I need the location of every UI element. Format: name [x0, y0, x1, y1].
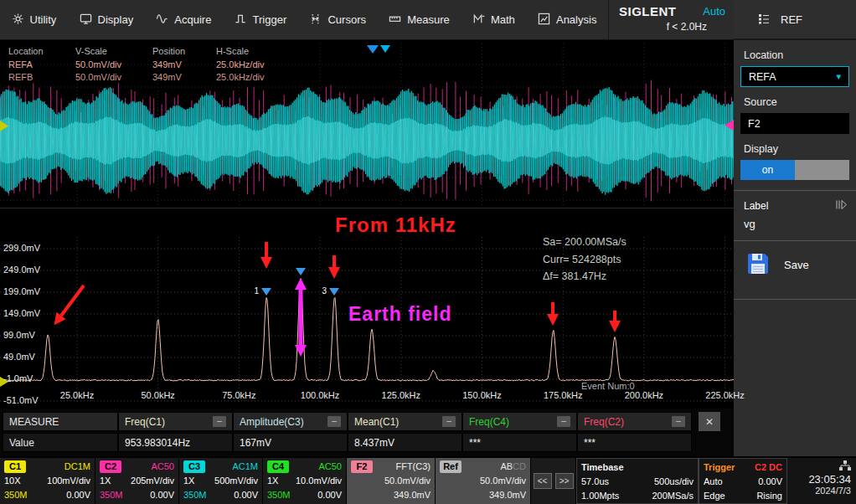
sidebar-divider	[734, 190, 856, 191]
analysis-icon	[538, 13, 550, 28]
status-bar-pager: << >>	[531, 458, 576, 504]
fft-x-tick-label: 150.0kHz	[454, 390, 511, 400]
magenta-double-arrow	[295, 278, 307, 357]
acquire-icon	[156, 13, 168, 28]
timebase-points: 1.00Mpts	[581, 489, 619, 503]
c2-bandwidth: 350M	[100, 488, 123, 502]
menu-analysis-label: Analysis	[556, 13, 596, 26]
timebase-status[interactable]: Timebase 57.0us500us/div 1.00Mpts200MSa/…	[576, 458, 699, 504]
red-arrow-annotations	[54, 242, 621, 332]
c2-scale: 205mV/div	[131, 474, 174, 488]
trigger-frequency-readout: f < 2.0Hz	[619, 21, 725, 33]
close-icon[interactable]: ✕	[699, 412, 720, 431]
measure-col-freq-c4[interactable]: Freq(C4) –	[462, 412, 577, 431]
measure-label: Mean(C1)	[354, 416, 399, 428]
refa-hscale: 25.0kHz/div	[216, 59, 300, 72]
minimize-button[interactable]: –	[327, 416, 341, 427]
acquisition-stats: Sa= 200.00MSa/s Curr= 524288pts Δf= 381.…	[543, 234, 627, 285]
trigger-status-panel: SIGLENT Auto f < 2.0Hz	[608, 0, 734, 40]
f2-offset: 349.0mV	[394, 488, 431, 502]
timebase-title: Timebase	[581, 460, 624, 475]
timebase-samplerate: 200MSa/s	[652, 489, 694, 503]
menu-analysis[interactable]: Analysis	[538, 13, 596, 28]
channel-c4-status[interactable]: C4AC50 1X10.0mV/div 350M0.00V	[263, 458, 347, 504]
display-off-option[interactable]	[795, 160, 849, 180]
c4-offset: 0.00V	[317, 488, 342, 502]
trigger-title: Trigger	[704, 460, 735, 475]
measure-label: Freq(C1)	[125, 416, 165, 428]
measure-col-amplitude-c3[interactable]: Amplitude(C3) –	[233, 412, 348, 431]
minimize-button[interactable]: –	[672, 416, 685, 427]
ref-info-header: Location	[8, 45, 75, 59]
menu-utility[interactable]: Utility	[12, 13, 57, 28]
display-toggle[interactable]: on	[740, 160, 849, 180]
refb-name: REFB	[8, 71, 75, 85]
sidebar-header: REF	[734, 0, 856, 40]
minimize-button[interactable]: –	[557, 416, 570, 427]
c3-bandwidth: 350M	[183, 488, 207, 502]
minimize-button[interactable]: –	[213, 416, 226, 427]
gear-icon	[12, 13, 24, 28]
c1-coupling: DC1M	[64, 460, 90, 474]
refa-vscale: 50.0mV/div	[75, 59, 152, 72]
menu-trigger[interactable]: Trigger	[235, 13, 287, 28]
label-value[interactable]: vg	[744, 218, 846, 230]
channel-c2-status[interactable]: C2AC50 1X205mV/div 350M0.00V	[95, 458, 179, 504]
menu-cursors[interactable]: Cursors	[309, 13, 366, 28]
measure-value-mean-c1: 8.437mV	[348, 433, 462, 452]
measure-label: Freq(C2)	[584, 416, 624, 428]
measure-col-freq-c2[interactable]: Freq(C2) –	[577, 412, 692, 431]
c2-offset: 0.00V	[150, 488, 174, 502]
measure-col-mean-c1[interactable]: Mean(C1) –	[348, 412, 462, 431]
c3-offset: 0.00V	[234, 488, 258, 502]
menu-display[interactable]: Display	[80, 13, 134, 28]
trigger-status[interactable]: TriggerC2 DC Auto0.00V EdgeRising	[699, 458, 787, 504]
trigger-position-marker[interactable]	[367, 45, 379, 54]
sidebar-title: REF	[781, 13, 802, 26]
math-icon	[472, 13, 485, 28]
measure-label: Amplitude(C3)	[240, 416, 304, 428]
fft-y-tick-label: -51.0mV	[3, 395, 39, 406]
channel-c1-status[interactable]: C1DC1M 10X100mV/div 350M0.00V	[0, 458, 95, 504]
network-icon	[839, 460, 851, 472]
ref-slots-active: AB	[500, 461, 513, 471]
c1-scale: 100mV/div	[47, 474, 90, 488]
page-next-button[interactable]: >>	[555, 473, 574, 489]
fft-y-tick-label: -1.0mV	[3, 373, 33, 384]
source-field[interactable]: F2	[740, 113, 849, 134]
trigger-position-marker-2[interactable]	[380, 45, 390, 53]
location-select[interactable]: REFA ▾	[740, 66, 849, 87]
ref-info-header: V-Scale	[75, 45, 152, 59]
fft-x-tick-label: 225.0kHz	[697, 390, 754, 400]
fft-y-tick-label: 149.0mV	[3, 308, 40, 319]
label-expand-icon[interactable]	[835, 199, 848, 213]
page-prev-button[interactable]: <<	[534, 473, 552, 489]
measure-title: MEASURE	[3, 412, 118, 431]
minimize-button[interactable]: –	[442, 416, 456, 427]
timebase-scale: 500us/div	[654, 475, 694, 489]
fft-spectrum-panel: 1 3 299.0mV249.0mV199.0mV149.0mV99.0mV49…	[0, 208, 734, 409]
menu-display-label: Display	[98, 13, 134, 26]
c2-probe: 1X	[100, 474, 111, 488]
ref-scale: 50.0mV/div	[480, 474, 526, 488]
menu-measure[interactable]: Measure	[389, 13, 450, 28]
ref-menu-icon	[757, 12, 771, 28]
menu-acquire[interactable]: Acquire	[156, 13, 211, 28]
measure-col-freq-c1[interactable]: Freq(C1) –	[118, 412, 233, 431]
save-button[interactable]: Save	[734, 241, 856, 289]
display-on-option[interactable]: on	[740, 160, 795, 180]
measure-value-row-label: Value	[3, 433, 118, 452]
ref-status[interactable]: RefABCD 50.0mV/div 349.0mV	[436, 458, 531, 504]
bottom-status-bar: C1DC1M 10X100mV/div 350M0.00V C2AC50 1X2…	[0, 456, 856, 504]
f2-status[interactable]: F2FFT(C3) 50.0mV/div 349.0mV	[347, 458, 436, 504]
channel-c3-status[interactable]: C3AC1M 1X500mV/div 350M0.00V	[179, 458, 263, 504]
measure-value-freq-c2: ***	[577, 433, 692, 452]
menu-math[interactable]: Math	[472, 13, 515, 28]
menu-utility-label: Utility	[30, 13, 57, 26]
menu-math-label: Math	[491, 13, 515, 26]
trigger-mode-status: Auto	[703, 5, 725, 18]
measure-value-freq-c1: 953.983014Hz	[118, 433, 233, 452]
cursors-icon	[309, 13, 322, 28]
source-label: Source	[744, 96, 846, 108]
fft-x-tick-label: 200.0kHz	[616, 390, 673, 400]
